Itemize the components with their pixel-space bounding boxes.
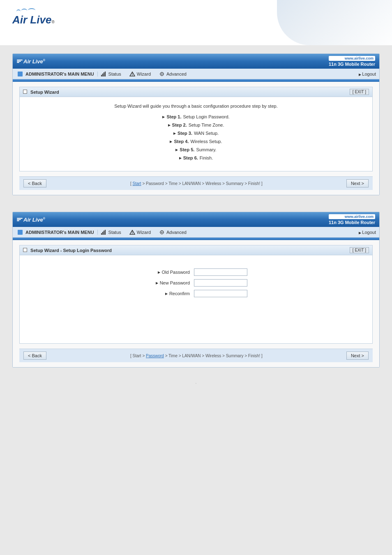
section-title-text-1: Setup Wizard [30, 90, 59, 95]
panel-2-waves [17, 218, 23, 221]
svg-rect-16 [105, 230, 106, 235]
panel-1: Air Live® www.airlive.com 11n 3G Mobile … [12, 53, 380, 195]
sw2 [17, 61, 21, 62]
logo-registered: ® [51, 20, 54, 24]
next-button-2[interactable]: Next > [346, 352, 369, 360]
section-box-2: Setup Wizard - Setup Login Password [ EX… [19, 245, 373, 344]
panel-2-header-right: www.airlive.com 11n 3G Mobile Router [329, 214, 375, 225]
nav-items-1: Status Wizard [101, 72, 359, 76]
panel-2-reg: ® [43, 217, 45, 220]
section-content-1: Setup Wizard will guide you through a ba… [20, 97, 372, 171]
new-password-input[interactable] [194, 279, 247, 287]
main-menu-label-2: ADMINISTRATOR's MAIN MENU [16, 230, 98, 235]
nav-wizard-1[interactable]: Wizard [129, 72, 151, 76]
old-password-input[interactable] [194, 268, 247, 276]
menu-icon-1 [18, 72, 23, 76]
sw1b [17, 220, 19, 221]
router-model-2: 11n 3G Mobile Router [329, 220, 375, 225]
panel-2-brand-text: Air Live® [23, 217, 45, 223]
nav-advanced-2[interactable]: Advanced [159, 230, 187, 235]
steps-list-1: Step 1. Setup Login Password. Step 2. Se… [28, 114, 364, 160]
status-label-1: Status [108, 72, 121, 76]
panel-1-content: Setup Wizard [ EXIT ] Setup Wizard will … [13, 82, 379, 195]
router-model-1: 11n 3G Mobile Router [329, 62, 375, 67]
nav-status-2[interactable]: Status [101, 230, 121, 235]
section-title-text-2: Setup Wizard - Setup Login Password [30, 248, 112, 253]
step-3: Step 3. WAN Setup. [173, 131, 219, 136]
next-button-1[interactable]: Next > [346, 179, 369, 187]
reconfirm-input[interactable] [194, 290, 247, 297]
back-button-1[interactable]: < Back [23, 179, 46, 187]
breadcrumb-2: [ Start > Password > Time > LAN/WAN > Wi… [130, 354, 263, 358]
top-logo-area: Air Live ® [0, 0, 392, 45]
website-badge-1: www.airlive.com [329, 56, 375, 61]
reconfirm-row: Reconfirm [145, 290, 247, 297]
panel-1-header: Air Live® www.airlive.com 11n 3G Mobile … [13, 54, 379, 69]
svg-rect-15 [104, 231, 104, 235]
panel-container: Air Live® www.airlive.com 11n 3G Mobile … [0, 45, 392, 376]
back-button-2[interactable]: < Back [23, 352, 46, 360]
wizard-label-1: Wizard [137, 72, 151, 76]
section-header-1: Setup Wizard [ EXIT ] [20, 87, 372, 97]
panel-1-header-left: Air Live® [17, 58, 45, 65]
footer: . [0, 376, 392, 388]
panel-2-header-left: Air Live® [17, 217, 45, 223]
svg-rect-14 [102, 232, 103, 235]
reconfirm-label: Reconfirm [145, 291, 190, 296]
step-5: Step 5. Summary. [175, 147, 216, 152]
new-password-row: New Password [145, 279, 247, 287]
bottom-nav-2: < Back [ Start > Password > Time > LAN/W… [19, 349, 373, 362]
footer-dot: . [196, 380, 197, 384]
wizard-icon-1 [129, 72, 135, 76]
nav-status-1[interactable]: Status [101, 72, 121, 76]
advanced-label-1: Advanced [166, 72, 187, 76]
signal-icon-1 [101, 72, 107, 76]
section-title-1: Setup Wizard [23, 90, 59, 95]
sw1 [17, 62, 19, 63]
menu-icon-2 [18, 230, 23, 235]
main-menu-text-2: ADMINISTRATOR's MAIN MENU [25, 230, 94, 235]
section-title-wrapper-2: Setup Wizard - Setup Login Password [23, 248, 112, 253]
logo-air: Air Live [12, 14, 51, 25]
advanced-icon-1 [159, 72, 165, 76]
breadcrumb-start-1[interactable]: Start [132, 181, 141, 186]
status-label-2: Status [108, 230, 121, 235]
logout-2[interactable]: Logout [359, 230, 376, 235]
wave-1 [16, 9, 21, 14]
website-badge-2: www.airlive.com [329, 214, 375, 219]
password-form: Old Password New Password [28, 262, 364, 304]
exit-button-1[interactable]: [ EXIT ] [350, 89, 369, 95]
sw3b [17, 218, 23, 219]
main-menu-label-1: ADMINISTRATOR's MAIN MENU [16, 72, 98, 76]
svg-point-8 [161, 73, 163, 74]
advanced-icon-2 [159, 230, 165, 235]
svg-rect-3 [105, 72, 106, 76]
bottom-nav-1: < Back [ Start > Password > Time > LAN/W… [19, 176, 373, 190]
step-2: Step 2. Setup Time Zone. [168, 123, 224, 127]
section-header-2: Setup Wizard - Setup Login Password [ EX… [20, 245, 372, 255]
panel-1-brand: Air Live® [17, 58, 45, 65]
logo-text: Air Live ® [12, 14, 55, 25]
old-password-row: Old Password [145, 268, 247, 276]
nav-bar-2: ADMINISTRATOR's MAIN MENU Status [13, 227, 379, 238]
step-4: Step 4. Wireless Setup. [170, 139, 222, 144]
panel-2-content: Setup Wizard - Setup Login Password [ EX… [13, 240, 379, 367]
step-6: Step 6. Finish. [179, 155, 213, 160]
logout-1[interactable]: Logout [359, 72, 376, 76]
nav-advanced-1[interactable]: Advanced [159, 72, 187, 76]
panel-2: Air Live® www.airlive.com 11n 3G Mobile … [12, 212, 380, 368]
old-password-label: Old Password [145, 270, 190, 275]
breadcrumb-password-2[interactable]: Password [146, 354, 164, 358]
svg-point-21 [161, 231, 163, 233]
exit-button-2[interactable]: [ EXIT ] [350, 247, 369, 253]
main-logo: Air Live ® [12, 8, 380, 25]
section-icon-1 [23, 90, 27, 94]
nav-wizard-2[interactable]: Wizard [129, 230, 151, 235]
signal-icon-2 [101, 230, 107, 235]
section-box-1: Setup Wizard [ EXIT ] Setup Wizard will … [19, 87, 373, 171]
panel-1-reg: ® [43, 58, 45, 61]
panel-1-header-right: www.airlive.com 11n 3G Mobile Router [329, 56, 375, 67]
wizard-icon-2 [129, 230, 135, 235]
main-menu-text-1: ADMINISTRATOR's MAIN MENU [25, 72, 94, 76]
advanced-label-2: Advanced [166, 230, 187, 235]
